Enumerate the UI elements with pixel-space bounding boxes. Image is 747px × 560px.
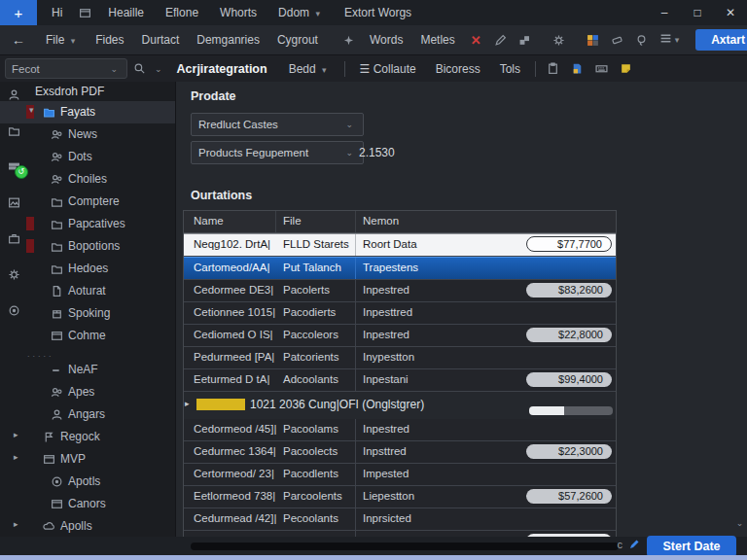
product-equipment-select[interactable]: Products Fegupement ⌄ <box>191 141 364 164</box>
caret-right-icon[interactable]: ▸ <box>185 399 190 408</box>
tree-caret-icon[interactable]: ▸ <box>14 452 18 462</box>
sidebar-item-regock[interactable]: ▸Regock <box>0 426 175 448</box>
page-title: Prodate <box>191 89 236 103</box>
file-icon[interactable] <box>565 62 589 75</box>
primary-action-button[interactable]: Axtart Inees <box>695 29 747 51</box>
col-file[interactable]: File <box>276 211 356 232</box>
col-name[interactable]: Name <box>184 211 276 232</box>
cell-file: Patcorients <box>276 347 356 368</box>
folder-icon <box>51 194 63 212</box>
menu-item-cygrout[interactable]: Cygrout <box>268 33 327 47</box>
col-nemon[interactable]: Nemon <box>356 211 616 232</box>
table-row[interactable]: Eetlormeod 738|ParcoolentsLiepestton$57,… <box>184 486 616 508</box>
sidebar-item-neaf[interactable]: NeAF <box>0 359 175 381</box>
menu-item-collaute[interactable]: ☰ Collaute <box>350 62 426 76</box>
table-row[interactable]: Cedurmec 1364|PacoolectsInpsttred$22,300… <box>184 441 616 464</box>
menu-item-extort-worgs[interactable]: Extort Worgs <box>334 0 422 25</box>
menu-item-tols[interactable]: Tols <box>490 62 530 76</box>
scroll-down-icon[interactable]: ⌄ <box>733 518 746 528</box>
minimize-button[interactable]: – <box>648 0 681 25</box>
sidebar-item-papcatives[interactable]: Papcatives <box>0 213 175 235</box>
menu-item-durtact[interactable]: Durtact <box>133 33 189 47</box>
sparkle-icon[interactable] <box>337 34 361 47</box>
table-row[interactable]: Pedurmeed [PA|PatcorientsInypestton <box>184 347 616 369</box>
plus-icon: + <box>15 5 23 21</box>
sidebar-item-angars[interactable]: Angars <box>0 403 175 426</box>
app-tab[interactable]: + <box>0 0 37 25</box>
sidebar-item-apotls[interactable]: Apotls <box>0 471 175 493</box>
menu-item-fides[interactable]: Fides <box>87 33 132 47</box>
chevron-down-icon[interactable]: ⌄ <box>152 64 165 74</box>
note-icon[interactable] <box>614 62 638 75</box>
menu-item-file[interactable]: File ▾ <box>37 33 87 47</box>
table-row[interactable]: Eeturmed D tA|AdcoolantsInpestani$99,400… <box>184 369 616 392</box>
sidebar-item-fayats[interactable]: ▾Fayats <box>0 101 175 123</box>
vertical-scrollbar[interactable]: ⌄ <box>733 165 746 530</box>
person-icon <box>51 407 63 425</box>
maximize-button[interactable]: □ <box>681 0 714 25</box>
palette-grid-icon[interactable] <box>581 34 605 47</box>
table-row[interactable]: Cetionnee 1015|PacodiertsInpesttred <box>184 302 616 325</box>
menu-item-bicoress[interactable]: Bicoress <box>426 62 490 76</box>
blocks-icon[interactable] <box>513 34 537 47</box>
product-castes-select[interactable]: Rredluct Castes ⌄ <box>191 113 364 136</box>
sidebar-item-spoking[interactable]: Spoking <box>0 302 175 325</box>
table-row[interactable]: Certormeod/ 23|PacodlentsImpested <box>184 464 616 486</box>
sidebar-item-news[interactable]: News <box>0 123 175 146</box>
menu-item-ddom[interactable]: Ddom ▾ <box>267 0 334 26</box>
table-row[interactable]: Cedormee DE3|PacolertsInpestred$83,2600 <box>184 280 616 302</box>
table-row[interactable]: Cedurmead /42]|PecoolantsInprsicted <box>184 508 616 531</box>
sidebar-item-label: News <box>68 127 97 141</box>
sidebar-item-hedoes[interactable]: Hedoes <box>0 258 175 280</box>
sidebar-item-apolls[interactable]: ▸Apolls <box>0 515 175 538</box>
tab-active[interactable]: Acrjirategration <box>165 62 279 76</box>
pencil-blue-icon[interactable] <box>628 539 640 552</box>
keyboard-icon[interactable] <box>589 62 614 75</box>
sidebar-item-mvp[interactable]: ▸MVP <box>0 448 175 471</box>
clipboard-icon[interactable] <box>541 62 565 75</box>
list-dropdown-icon[interactable]: ▾ <box>654 32 689 48</box>
chevron-down-icon: ⌄ <box>107 64 121 74</box>
sidebar-item-cohme[interactable]: Cohme <box>0 325 175 347</box>
people-icon <box>51 385 63 402</box>
panel-icon[interactable] <box>73 7 97 19</box>
tree-caret-icon[interactable]: ▸ <box>14 430 18 439</box>
table-row[interactable]: Cediomed O IS|PaccoleorsInpestred$22,800… <box>184 325 616 347</box>
horizontal-scrollbar[interactable] <box>191 542 619 550</box>
sidebar-item-dots[interactable]: Dots <box>0 146 175 168</box>
person-icon[interactable] <box>7 88 21 102</box>
menu-item-metles[interactable]: Metles <box>411 33 463 47</box>
sidebar-item-label: Hedoes <box>68 262 108 275</box>
table-body: Neqg102. DrtA|FLLD StaretsRoort Data$77,… <box>184 233 616 553</box>
sidebar-item-choiles[interactable]: Choiles <box>0 168 175 191</box>
tree-caret-icon[interactable]: ▾ <box>29 105 34 115</box>
close-button[interactable]: ✕ <box>714 0 747 25</box>
search-input[interactable]: Fecot ⌄ <box>5 58 127 79</box>
back-button[interactable]: ← <box>0 32 37 48</box>
table-row[interactable]: Cartomeod/AA|Put TalanchTrapestens <box>184 257 616 280</box>
sidebar-item-bopotions[interactable]: Bopotions <box>0 235 175 258</box>
menu-item-words[interactable]: Words <box>361 33 411 47</box>
menu-item-hi[interactable]: Hi <box>41 0 73 25</box>
special-row[interactable]: ▸1021 2036 Cung|OFI (Onglstgrer) <box>184 392 616 419</box>
menu-item-whorts[interactable]: Whorts <box>209 0 267 25</box>
sidebar-item-apes[interactable]: Apes <box>0 381 175 403</box>
table-row[interactable]: Neqg102. DrtA|FLLD StaretsRoort Data$77,… <box>184 233 616 257</box>
pencil-icon[interactable] <box>488 34 513 47</box>
sidebar-item-aoturat[interactable]: Aoturat <box>0 280 175 302</box>
lasso-icon[interactable] <box>629 34 654 47</box>
tree-caret-icon[interactable]: ▸ <box>14 519 18 529</box>
delete-icon[interactable]: ✕ <box>464 33 488 48</box>
gear-icon[interactable] <box>547 34 571 47</box>
window-icon <box>43 452 55 470</box>
sidebar-item-comptere[interactable]: Comptere <box>0 191 175 213</box>
menu-item-heaille[interactable]: Heaille <box>97 0 155 25</box>
eraser-icon[interactable] <box>605 34 629 47</box>
table-row[interactable]: Cedormeod /45]|PacoolamsInpestred <box>184 419 616 441</box>
menu-item-demganries[interactable]: Demganries <box>188 33 268 47</box>
search-icon[interactable] <box>127 62 152 75</box>
sidebar-item-canors[interactable]: Canors <box>0 493 175 515</box>
ribbon-dropdown[interactable]: Bedd ▾ <box>279 62 339 76</box>
menu-item-eflone[interactable]: Eflone <box>155 0 209 25</box>
start-date-button[interactable]: Stert Date <box>647 536 736 557</box>
